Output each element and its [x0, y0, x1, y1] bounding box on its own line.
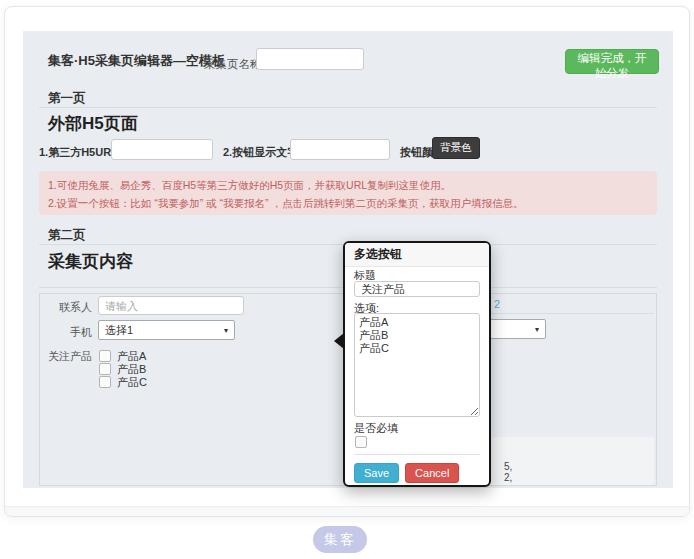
tips-alert: 1.可使用兔展、易企秀、百度H5等第三方做好的H5页面，并获取URL复制到这里使…: [39, 171, 657, 215]
caret-down-icon: ▾: [224, 326, 228, 335]
section-page1-label: 第一页: [48, 90, 86, 107]
modal-options-textarea[interactable]: 产品A 产品B 产品C: [354, 313, 480, 417]
button-text-input[interactable]: [290, 139, 390, 160]
clipped-link-fragment[interactable]: 2: [494, 298, 500, 310]
checkbox-product-c[interactable]: [99, 376, 111, 388]
card-footer: [5, 506, 689, 516]
product-option-row: 产品C: [99, 376, 147, 388]
third-party-url-input[interactable]: [111, 139, 213, 160]
multi-select-editor-modal: 多选按钮 标题 选项: 产品A 产品B 产品C 是否必填 Save Cancel: [343, 241, 491, 487]
cancel-button[interactable]: Cancel: [405, 463, 459, 483]
page-title: 集客·H5采集页编辑器—空模板: [48, 52, 225, 70]
caret-down-icon: ▾: [535, 325, 539, 334]
phone-select[interactable]: 选择1 ▾: [98, 320, 235, 340]
checkbox-product-b[interactable]: [99, 363, 111, 375]
divider: [354, 454, 480, 455]
products-label: 关注产品: [40, 349, 92, 364]
brand-badge: 集客: [313, 526, 367, 553]
url-label: 1.第三方H5URL:: [39, 145, 122, 160]
tip-line-2: 2.设置一个按钮：比如 “我要参加” 或 “我要报名” ，点击后跳转到第二页的采…: [48, 196, 648, 211]
product-option-row: 产品A: [99, 350, 146, 362]
phone-select-value: 选择1: [105, 323, 133, 338]
modal-title-input[interactable]: [354, 281, 480, 297]
tip-line-1: 1.可使用兔展、易企秀、百度H5等第三方做好的H5页面，并获取URL复制到这里使…: [48, 178, 648, 193]
section-page2-label: 第二页: [48, 227, 86, 244]
product-option-row: 产品B: [99, 363, 146, 375]
modal-title: 多选按钮: [345, 243, 489, 267]
publish-button[interactable]: 编辑完成，开始分发: [565, 49, 659, 74]
page1-heading: 外部H5页面: [48, 112, 138, 135]
modal-buttons: Save Cancel: [354, 463, 459, 483]
divider: [39, 107, 657, 108]
page: 集客·H5采集页编辑器—空模板 采集页名称: 编辑完成，开始分发 第一页 外部H…: [0, 0, 694, 559]
modal-required-label: 是否必填: [354, 421, 398, 436]
clipped-text-fragment: 2,: [504, 472, 512, 483]
checkbox-label: 产品C: [117, 375, 147, 390]
page-name-input[interactable]: [256, 48, 364, 70]
popover-arrow-left-icon: [334, 333, 344, 349]
phone-label: 手机: [40, 325, 92, 340]
save-button[interactable]: Save: [354, 463, 399, 483]
page2-heading: 采集页内容: [48, 250, 133, 273]
checkbox-product-a[interactable]: [99, 350, 111, 362]
contact-input[interactable]: [98, 296, 244, 315]
clipped-text-fragment: 5,: [504, 461, 512, 472]
background-color-button[interactable]: 背景色: [432, 137, 480, 159]
modal-required-checkbox[interactable]: [355, 436, 367, 448]
contact-label: 联系人: [40, 300, 92, 315]
